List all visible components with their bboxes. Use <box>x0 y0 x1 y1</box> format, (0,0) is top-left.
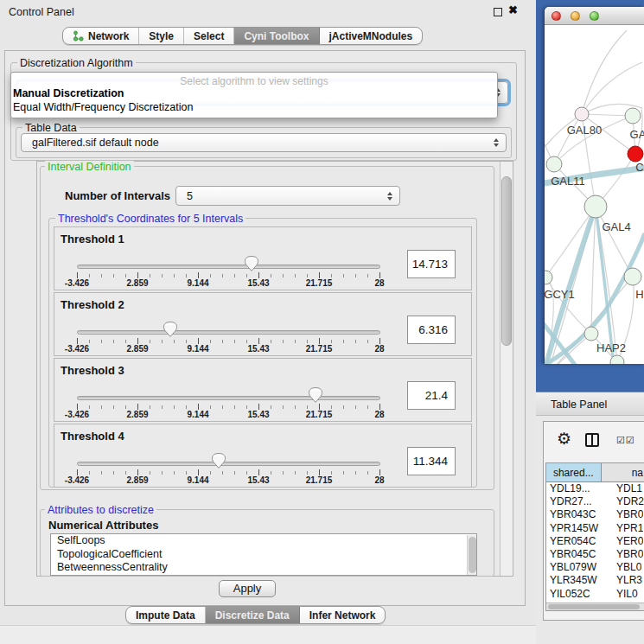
slider-tick-label: 9.144 <box>176 475 220 485</box>
tab-label: Impute Data <box>136 609 195 622</box>
slider-handle[interactable] <box>212 453 226 469</box>
popup-item-equal-width[interactable]: Equal Width/Frequency Discretization <box>13 101 193 113</box>
attribute-list-item[interactable]: SelfLoops <box>51 534 476 548</box>
table-row[interactable]: YIL052CYIL0 <box>546 588 644 601</box>
network-view-window[interactable]: GAL80GACGAL11GAL4GCY1HHAP2 <box>545 7 644 364</box>
network-node[interactable] <box>545 271 552 284</box>
float-panel-icon[interactable] <box>494 8 502 16</box>
checkbox-pair-icon[interactable]: ☑☑ <box>616 435 635 446</box>
tab-select[interactable]: Select <box>184 28 234 44</box>
slider-track[interactable] <box>77 265 380 269</box>
network-node[interactable] <box>624 268 641 285</box>
network-edge[interactable] <box>582 30 627 114</box>
attribute-list-item[interactable]: TopologicalCoefficient <box>51 548 476 562</box>
vertical-scrollbar[interactable] <box>500 162 513 576</box>
table-panel-area: ⚙ ☑☑ shared...na YDL19...YDL1YDR27...YDR… <box>536 416 644 644</box>
network-node[interactable] <box>546 156 562 172</box>
network-node[interactable] <box>625 108 641 124</box>
network-edge[interactable] <box>545 207 596 277</box>
network-node[interactable] <box>584 195 607 218</box>
network-node[interactable] <box>628 146 643 162</box>
network-window-titlebar[interactable] <box>545 7 644 25</box>
slider-tick-label: 21.715 <box>297 278 341 288</box>
table-row[interactable]: YLR345WYLR3 <box>546 574 644 587</box>
network-node-label: GCY1 <box>545 288 575 301</box>
tab-network[interactable]: Network <box>63 28 139 44</box>
network-edge[interactable] <box>545 362 617 364</box>
attributes-scrollbar-thumb[interactable] <box>469 537 476 573</box>
cell-name: YLR3 <box>612 574 642 587</box>
numerical-attributes-list[interactable]: SelfLoopsTopologicalCoefficientBetweenne… <box>50 533 477 576</box>
network-node[interactable] <box>575 107 589 121</box>
threshold-value-field[interactable]: 6.316 <box>407 316 456 344</box>
tab-cyni-toolbox[interactable]: Cyni Toolbox <box>234 28 319 44</box>
network-thick-edge[interactable] <box>545 207 596 364</box>
cell-name: YDL1 <box>612 482 642 495</box>
popup-item-manual-discretization[interactable]: Manual Discretization <box>13 87 124 99</box>
network-node-label: H <box>635 288 643 301</box>
slider-tick-label: 2.859 <box>116 278 159 288</box>
vertical-scrollbar-thumb[interactable] <box>501 176 512 346</box>
network-node-label: GAL11 <box>551 175 585 188</box>
table-row[interactable]: YBR043CYBR0 <box>546 508 644 521</box>
slider-tick-label: 28 <box>358 344 401 354</box>
threshold-value-field[interactable]: 21.4 <box>407 381 456 410</box>
network-node[interactable] <box>584 327 598 341</box>
slider-tick-label: 15.43 <box>237 475 280 485</box>
tab-style[interactable]: Style <box>139 28 184 44</box>
cell-name: YBL0 <box>612 561 641 574</box>
slider-tick-label: 28 <box>358 278 401 288</box>
tab-impute-data[interactable]: Impute Data <box>126 607 206 623</box>
node-table: shared...na YDL19...YDL1YDR27...YDR2YBR0… <box>545 462 644 611</box>
column-header-1[interactable]: shared... <box>546 463 602 481</box>
number-of-intervals-combobox[interactable]: 5 <box>175 186 400 206</box>
table-row[interactable]: YER054CYER0 <box>546 535 644 548</box>
tab-label: Cyni Toolbox <box>244 30 309 42</box>
slider-tick-label: -3.426 <box>55 278 99 288</box>
slider-track[interactable] <box>77 330 380 335</box>
number-of-intervals-label: Number of Intervals <box>65 189 170 202</box>
column-header-2[interactable]: na <box>602 463 644 481</box>
numerical-attributes-heading: Numerical Attributes <box>48 519 158 532</box>
tab-infer-network[interactable]: Infer Network <box>300 607 386 623</box>
slider-handle[interactable] <box>245 256 258 271</box>
cell-shared-name: YBR043C <box>546 508 612 521</box>
threshold-value-field[interactable]: 11.344 <box>407 447 456 475</box>
table-row[interactable]: YDL19...YDL1 <box>546 482 644 495</box>
network-edge[interactable] <box>554 114 582 164</box>
attributes-group-title: Attributes to discretize <box>45 504 156 516</box>
table-row[interactable]: YBL079WYBL0 <box>546 561 644 574</box>
minimize-window-icon[interactable] <box>571 11 580 21</box>
slider-handle[interactable] <box>309 387 322 403</box>
column-layout-icon[interactable] <box>585 433 599 447</box>
apply-button[interactable]: Apply <box>219 580 276 597</box>
close-window-icon[interactable] <box>552 11 561 21</box>
slider-handle[interactable] <box>163 322 177 337</box>
tab-jactivemnodules[interactable]: jActiveMNodules <box>320 28 423 44</box>
threshold-label: Threshold 3 <box>61 364 124 377</box>
tab-label: Network <box>88 30 129 42</box>
table-row[interactable]: YPR145WYPR1 <box>546 522 644 535</box>
threshold-value-field[interactable]: 14.713 <box>407 250 456 278</box>
tab-discretize-data[interactable]: Discretize Data <box>206 607 300 623</box>
gear-icon[interactable]: ⚙ <box>557 430 571 447</box>
network-canvas[interactable]: GAL80GACGAL11GAL4GCY1HHAP2 <box>545 26 644 364</box>
network-edge[interactable] <box>591 207 596 334</box>
table-data-combobox[interactable]: galFiltered.sif default node <box>21 133 507 152</box>
table-horizontal-scrollbar[interactable] <box>546 603 644 610</box>
network-desktop-background: GAL80GACGAL11GAL4GCY1HHAP2 <box>536 0 644 392</box>
threshold-label: Threshold 4 <box>61 430 124 443</box>
slider-track[interactable] <box>77 462 380 466</box>
close-panel-icon[interactable]: ✖ <box>508 3 518 16</box>
tab-label: Discretize Data <box>215 609 290 622</box>
attributes-list-scrollbar[interactable] <box>467 535 477 576</box>
attribute-list-item[interactable]: BetweennessCentrality <box>51 561 476 575</box>
zoom-window-icon[interactable] <box>590 11 599 21</box>
table-row[interactable]: YBR045CYBR0 <box>546 548 644 561</box>
table-row[interactable]: YDR27...YDR2 <box>546 495 644 508</box>
cell-shared-name: YDL19... <box>546 482 612 495</box>
slider-track[interactable] <box>77 396 380 400</box>
table-hscrollbar-thumb[interactable] <box>548 604 640 609</box>
combo-stepper-icon <box>494 138 499 147</box>
threshold-label: Threshold 1 <box>61 233 124 245</box>
